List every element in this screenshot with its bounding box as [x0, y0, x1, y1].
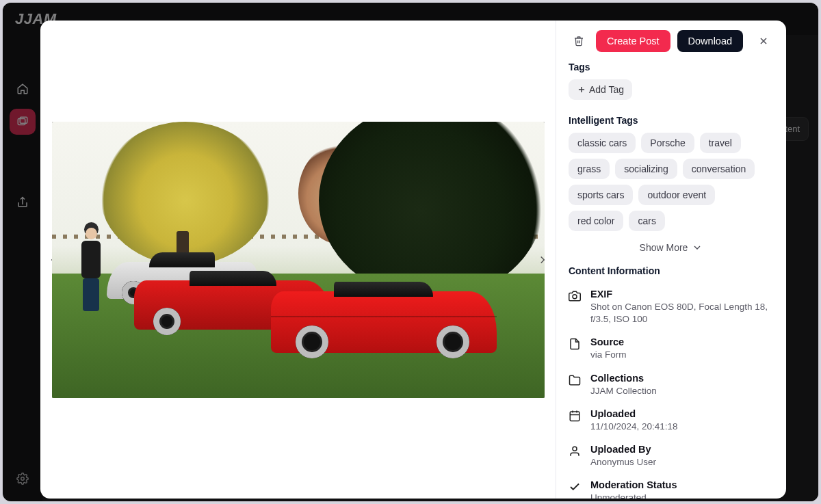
- info-label: Source: [590, 336, 627, 347]
- image-viewer: [40, 21, 556, 499]
- intelligent-tags-list: classic cars Porsche travel grass social…: [569, 133, 774, 231]
- info-value: via Form: [590, 349, 627, 361]
- tags-heading: Tags: [569, 62, 774, 72]
- info-item-uploaded: Uploaded 11/10/2024, 20:41:18: [569, 403, 774, 438]
- check-icon: [569, 479, 582, 499]
- info-value: Anonymus User: [590, 456, 656, 468]
- info-value: JJAM Collection: [590, 385, 657, 397]
- tag-chip[interactable]: outdoor event: [638, 185, 715, 205]
- tag-chip[interactable]: Porsche: [641, 133, 694, 153]
- info-label: Collections: [590, 373, 657, 384]
- info-item-source: Source via Form: [569, 331, 774, 367]
- plus-icon: [577, 85, 586, 94]
- info-item-exif: EXIF Shot on Canon EOS 80D, Focal Length…: [569, 283, 774, 331]
- tag-chip[interactable]: travel: [700, 133, 741, 153]
- calendar-icon: [569, 408, 582, 433]
- detail-panel: Create Post Download Tags Add Tag Intell…: [556, 21, 786, 499]
- svg-point-7: [573, 295, 577, 299]
- user-icon: [569, 444, 582, 468]
- tag-chip[interactable]: sports cars: [569, 185, 633, 205]
- info-value: Unmoderated: [590, 492, 677, 499]
- close-icon: [758, 36, 769, 47]
- tag-chip[interactable]: conversation: [683, 159, 755, 179]
- tag-chip[interactable]: socializing: [615, 159, 677, 179]
- svg-point-12: [573, 447, 577, 451]
- file-icon: [569, 336, 582, 361]
- tag-chip[interactable]: classic cars: [569, 133, 636, 153]
- info-label: Moderation Status: [590, 479, 677, 490]
- camera-icon: [569, 289, 582, 326]
- media-detail-modal: Create Post Download Tags Add Tag Intell…: [40, 21, 786, 499]
- tag-chip[interactable]: grass: [569, 159, 610, 179]
- svg-rect-8: [570, 412, 579, 421]
- content-info-heading: Content Information: [569, 265, 774, 276]
- download-button[interactable]: Download: [677, 30, 744, 52]
- tag-chip[interactable]: red color: [569, 211, 623, 231]
- info-item-moderation: Moderation Status Unmoderated: [569, 474, 774, 499]
- media-image: [52, 122, 545, 398]
- add-tag-label: Add Tag: [589, 84, 624, 95]
- create-post-button[interactable]: Create Post: [596, 30, 670, 52]
- info-value: Shot on Canon EOS 80D, Focal Length 18, …: [590, 301, 774, 326]
- tag-chip[interactable]: cars: [629, 211, 664, 231]
- next-image-button[interactable]: [532, 250, 553, 270]
- info-label: Uploaded By: [590, 444, 656, 455]
- show-more-tags-button[interactable]: Show More: [569, 237, 774, 256]
- info-item-uploaded-by: Uploaded By Anonymus User: [569, 438, 774, 474]
- add-tag-button[interactable]: Add Tag: [569, 79, 632, 100]
- chevron-down-icon: [692, 242, 703, 253]
- intelligent-tags-heading: Intelligent Tags: [569, 115, 774, 126]
- info-item-collections: Collections JJAM Collection: [569, 367, 774, 403]
- info-value: 11/10/2024, 20:41:18: [590, 421, 678, 433]
- modal-overlay: Create Post Download Tags Add Tag Intell…: [3, 3, 818, 501]
- delete-button[interactable]: [569, 31, 589, 51]
- info-label: Uploaded: [590, 408, 678, 419]
- trash-icon: [573, 36, 584, 47]
- content-info-list: EXIF Shot on Canon EOS 80D, Focal Length…: [569, 283, 774, 499]
- folder-icon: [569, 373, 582, 397]
- close-modal-button[interactable]: [753, 31, 774, 51]
- info-label: EXIF: [590, 289, 774, 300]
- show-more-label: Show More: [640, 242, 688, 253]
